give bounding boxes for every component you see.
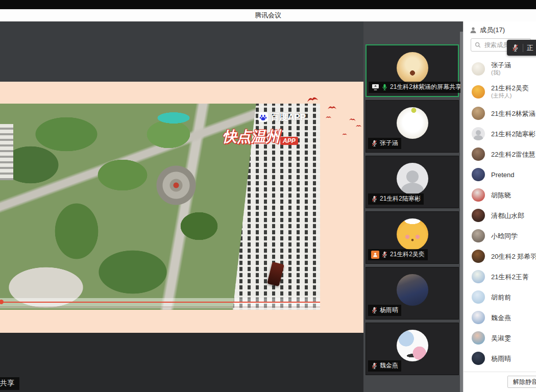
baidu-app-watermark: 百度APP	[258, 111, 306, 123]
member-row[interactable]: 胡陈晓	[464, 185, 536, 205]
participant-video-thumbnail[interactable]: 张子涵	[366, 100, 459, 153]
member-name: 小晗同学	[491, 232, 518, 240]
participant-name-label: 张子涵	[380, 139, 398, 148]
member-role-label: (主持人)	[491, 92, 529, 100]
member-name: 21生科2陆寒彬	[491, 130, 535, 138]
member-text-block: 21生科2林紫涵	[491, 110, 535, 117]
search-icon	[475, 42, 481, 48]
window-title: 腾讯会议	[255, 11, 281, 20]
video-progress-bar[interactable]	[0, 298, 320, 308]
mute-status-tooltip: 正	[507, 40, 536, 56]
member-row[interactable]: 胡前前	[464, 287, 536, 307]
participant-name-label: 21生科2林紫涵的屏幕共享	[390, 83, 460, 91]
member-text-block: 21生科2王菁	[491, 273, 529, 281]
participant-avatar	[397, 274, 428, 306]
participant-name-label: 杨雨晴	[380, 306, 398, 314]
participant-video-thumbnail[interactable]: 杨雨晴	[366, 267, 459, 320]
member-role-label: (我)	[491, 69, 511, 77]
video-progress-knob[interactable]	[0, 300, 4, 304]
member-row[interactable]: 20生科2 郑希羽	[464, 246, 536, 266]
member-avatar	[472, 229, 485, 242]
participant-thumbnail-strip[interactable]: 21生科2林紫涵的屏幕共享张子涵21生科2陆寒彬21生科2吴奕杨雨晴魏金燕	[363, 21, 463, 392]
mic-muted-icon	[371, 362, 378, 369]
member-row[interactable]: 21生科2陆寒彬	[464, 124, 536, 144]
member-row[interactable]: 杨雨晴	[464, 348, 536, 369]
tooltip-divider	[523, 44, 523, 52]
member-row[interactable]: 魏金燕	[464, 307, 536, 328]
participant-video-thumbnail[interactable]: 21生科2林紫涵的屏幕共享	[366, 44, 459, 97]
member-name: 清都山水郎	[491, 212, 524, 219]
stage-bottom-area	[0, 333, 363, 392]
member-text-block: 21生科2吴奕(主持人)	[491, 84, 529, 100]
os-top-bar	[0, 0, 536, 9]
participant-video-thumbnail[interactable]: 21生科2吴奕	[366, 211, 459, 264]
member-avatar	[472, 188, 485, 202]
participant-avatar	[397, 330, 428, 361]
participant-name-label: 21生科2陆寒彬	[380, 194, 421, 203]
city-watermark-text: 快点温州	[223, 129, 280, 144]
member-name: 20生科2 郑希羽	[491, 253, 536, 260]
red-bird-icon	[326, 112, 331, 121]
member-avatar	[472, 85, 485, 99]
member-name: 胡陈晓	[491, 191, 511, 199]
member-row[interactable]: 吴淑雯	[464, 328, 536, 348]
member-avatar	[472, 168, 485, 181]
participant-avatar	[397, 107, 428, 139]
city-app-watermark: 快点温州APP	[223, 127, 298, 146]
member-name: 21生科2王菁	[491, 273, 529, 281]
member-avatar	[472, 311, 485, 324]
member-name: 21生科2林紫涵	[491, 110, 535, 117]
member-name: 杨雨晴	[491, 355, 511, 362]
participant-label-chip: 杨雨晴	[368, 305, 401, 316]
red-bird-icon	[349, 114, 356, 124]
member-text-block: 吴淑雯	[491, 334, 511, 342]
mic-muted-icon	[511, 44, 519, 52]
member-text-block: 胡前前	[491, 293, 511, 301]
member-text-block: Pretend	[491, 171, 515, 179]
participant-video-thumbnail[interactable]: 魏金燕	[366, 323, 459, 375]
member-row[interactable]: 张子涵(我)	[464, 57, 536, 80]
member-panel-header: 成员(17)	[470, 26, 505, 35]
member-avatar	[472, 270, 485, 283]
shared-video-player[interactable]: 百度APP 快点温州APP	[0, 104, 320, 310]
screen-share-status-chip: 幕共享	[0, 377, 19, 390]
participant-avatar	[397, 218, 428, 250]
member-name: 21生科2吴奕	[491, 84, 529, 92]
participant-name-label: 21生科2吴奕	[390, 250, 425, 259]
participant-video-thumbnail[interactable]: 21生科2陆寒彬	[366, 156, 459, 208]
member-row[interactable]: 21生科2吴奕(主持人)	[464, 80, 536, 103]
member-name: 魏金燕	[491, 314, 511, 322]
window-title-bar[interactable]: 腾讯会议	[0, 9, 536, 21]
baidu-paw-icon	[258, 112, 268, 122]
red-bird-icon	[342, 129, 347, 138]
members-icon	[470, 27, 477, 34]
participant-avatar	[397, 163, 428, 194]
shared-screen-stage[interactable]: 百度APP 快点温州APP 幕共享	[0, 21, 363, 392]
unmute-all-button[interactable]: 解除静音	[507, 376, 536, 388]
member-row[interactable]: 22生科2雷佳慧	[464, 144, 536, 164]
mic-muted-icon	[371, 140, 378, 146]
member-text-block: 21生科2陆寒彬	[491, 130, 535, 138]
participant-label-chip: 张子涵	[368, 138, 401, 149]
red-bird-icon	[328, 103, 336, 112]
member-name: 张子涵	[491, 61, 511, 69]
member-row[interactable]: 小晗同学	[464, 226, 536, 246]
red-bird-icon	[307, 95, 318, 105]
member-row[interactable]: 清都山水郎	[464, 205, 536, 226]
red-bird-icon	[356, 120, 361, 130]
member-name: 吴淑雯	[491, 334, 511, 342]
member-row[interactable]: 21生科2林紫涵	[464, 103, 536, 124]
member-panel: 成员(17) 正 张子涵(我)21生科2吴奕(主持人)21生科2林紫涵21生科2…	[463, 21, 536, 392]
member-row[interactable]: 21生科2王菁	[464, 266, 536, 287]
participant-label-chip: 21生科2吴奕	[368, 249, 428, 260]
participant-name-label: 魏金燕	[380, 361, 398, 370]
mic-on-icon	[381, 84, 388, 90]
member-avatar	[472, 209, 485, 222]
host-badge-icon	[371, 251, 379, 259]
shared-webpage-background: 百度APP 快点温州APP	[0, 82, 363, 333]
member-list: 张子涵(我)21生科2吴奕(主持人)21生科2林紫涵21生科2陆寒彬22生科2雷…	[464, 57, 536, 369]
member-avatar	[472, 352, 485, 365]
member-row[interactable]: Pretend	[464, 164, 536, 185]
member-avatar	[472, 62, 485, 76]
member-avatar	[472, 148, 485, 161]
